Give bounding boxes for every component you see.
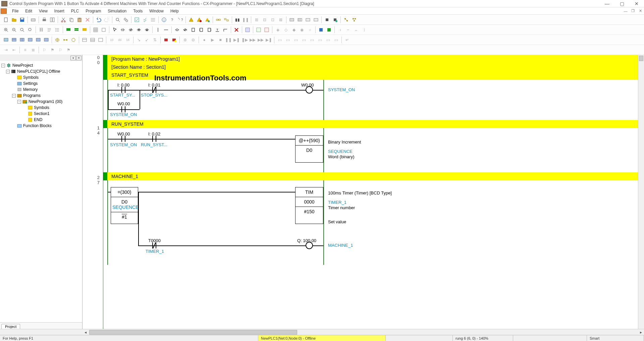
warning2-icon[interactable] (196, 16, 203, 23)
func-icon[interactable] (190, 26, 197, 34)
align2-icon[interactable]: ⫟ (344, 26, 352, 34)
online1-icon[interactable] (54, 36, 61, 44)
box7-icon[interactable]: ▭ (324, 36, 332, 44)
sim2-icon[interactable] (170, 36, 178, 44)
grid-icon[interactable] (92, 26, 99, 34)
module1-icon[interactable] (288, 16, 296, 23)
online3-icon[interactable] (70, 36, 77, 44)
step-icon[interactable]: ▮▮ (234, 16, 241, 23)
step2-icon[interactable]: ▶▶ (249, 36, 256, 44)
stop-icon[interactable]: ■ (217, 36, 224, 44)
minimize-button[interactable]: — (600, 0, 614, 7)
ff-icon[interactable]: ▶▶ (257, 36, 264, 44)
grid2-icon[interactable]: ⊟ (261, 16, 268, 23)
info-icon[interactable]: i (160, 16, 168, 23)
contact-no-icon[interactable] (119, 26, 126, 34)
mic2-icon[interactable]: ⊖ (190, 36, 197, 44)
ret-icon[interactable]: ↵ (343, 36, 351, 44)
menu-tools[interactable]: Tools (130, 7, 146, 15)
dbg5-icon[interactable]: ○ (306, 26, 314, 34)
view-mnemonic-icon[interactable] (46, 26, 53, 34)
zoom-fit-icon[interactable] (18, 26, 26, 34)
func1b-icon[interactable] (198, 26, 205, 34)
mdi-restore[interactable]: ❐ (629, 8, 637, 14)
cursor-icon[interactable] (111, 26, 118, 34)
tree-plc[interactable]: −NewPLC1[CP1L] Offline (1, 68, 81, 74)
color2-icon[interactable] (325, 26, 333, 34)
menu-view[interactable]: View (36, 7, 51, 15)
delete-icon[interactable] (84, 16, 91, 23)
net1-icon[interactable] (342, 16, 350, 23)
zoom-100-icon[interactable] (26, 26, 34, 34)
replace-icon[interactable] (122, 16, 129, 23)
tbl3-icon[interactable] (97, 36, 104, 44)
project-tree[interactable]: −NewProject −NewPLC1[CP1L] Offline Symbo… (0, 61, 82, 322)
vline-icon[interactable] (154, 26, 162, 34)
menu-program[interactable]: Program (82, 7, 104, 15)
corner-icon[interactable] (222, 26, 229, 34)
delrung-icon[interactable] (233, 26, 240, 34)
contact-p-icon[interactable] (135, 26, 143, 34)
flag3-icon[interactable]: ⚐ (57, 46, 64, 54)
tree-p1-symbols[interactable]: Symbols (1, 105, 81, 111)
dbg3-icon[interactable]: ◆ (290, 26, 298, 34)
panel1-icon[interactable] (244, 26, 251, 34)
flag2-icon[interactable]: ⚑ (49, 46, 56, 54)
win2-icon[interactable] (10, 36, 18, 44)
func2-icon[interactable] (206, 26, 213, 34)
paste-icon[interactable] (76, 16, 83, 23)
win4-icon[interactable] (26, 36, 34, 44)
ladder-canvas[interactable]: [Program Name : NewProgram1] [Section Na… (103, 55, 644, 329)
dbg4-icon[interactable]: ◉ (298, 26, 306, 34)
mdi-close[interactable]: ✕ (637, 8, 644, 14)
next-icon[interactable]: ▶❚ (233, 36, 240, 44)
menu-file[interactable]: File (9, 7, 22, 15)
contact-nc-icon[interactable] (127, 26, 135, 34)
rung0-body[interactable]: I: 0.00 START_SY... I: 0.01 STOP_SYS... … (103, 80, 644, 120)
scroll-right-icon[interactable]: ▸ (638, 330, 644, 335)
panel2-icon[interactable] (255, 26, 262, 34)
fb-timer[interactable]: TIM 0000 #150 (295, 187, 323, 224)
module2-icon[interactable] (296, 16, 304, 23)
verify-all-icon[interactable] (141, 16, 149, 23)
tree-program1[interactable]: −NewProgram1 (00) (1, 99, 81, 105)
mdi-minimize[interactable]: — (622, 8, 629, 14)
link-icon[interactable] (215, 16, 222, 23)
online2-icon[interactable] (62, 36, 69, 44)
module4-icon[interactable] (312, 16, 320, 23)
fb-compare[interactable]: =(300) D0 SEQUENCE #1 (111, 187, 138, 224)
zoom-in-icon[interactable] (2, 26, 10, 34)
undo-icon[interactable] (95, 16, 102, 23)
tree-fblocks[interactable]: Function Blocks (1, 123, 81, 129)
flag4-icon[interactable]: ⚑ (65, 46, 72, 54)
pause-icon[interactable]: ❚❚ (242, 16, 249, 23)
grid1-icon[interactable]: ⊞ (253, 16, 260, 23)
show-sym-icon[interactable] (81, 26, 88, 34)
hline-icon[interactable] (162, 26, 170, 34)
context-help-icon[interactable]: ? (176, 16, 184, 23)
alignl-icon[interactable]: ≡ (21, 46, 29, 54)
rec-icon[interactable]: ● (201, 36, 208, 44)
base16-icon[interactable]: 16 (124, 36, 131, 44)
win6-icon[interactable] (43, 36, 50, 44)
warning3-icon[interactable] (204, 16, 211, 23)
align4-icon[interactable]: ⟟ (361, 26, 368, 34)
step1-icon[interactable]: ❚▶ (241, 36, 248, 44)
chip1-icon[interactable] (323, 16, 331, 23)
dbg1-icon[interactable]: ◈ (274, 26, 281, 34)
warning1-icon[interactable] (187, 16, 195, 23)
show-addr-icon[interactable] (73, 26, 80, 34)
grid3-icon[interactable]: ⊡ (269, 16, 276, 23)
view-ladder-icon[interactable] (38, 26, 45, 34)
snap-icon[interactable] (100, 26, 107, 34)
arrow1-icon[interactable]: ↘ (135, 36, 143, 44)
tx-icon[interactable]: T (214, 26, 221, 34)
module3-icon[interactable] (304, 16, 312, 23)
tree-p1-end[interactable]: END (1, 117, 81, 123)
rung2-body[interactable]: =(300) D0 SEQUENCE #1 TIM 0000 #150 100m… (103, 180, 644, 265)
contact-n-icon[interactable] (143, 26, 151, 34)
view-list-icon[interactable] (54, 26, 61, 34)
play-icon[interactable]: ▶ (209, 36, 216, 44)
end-icon[interactable]: ▶❚ (265, 36, 272, 44)
menu-simulation[interactable]: Simulation (104, 7, 130, 15)
